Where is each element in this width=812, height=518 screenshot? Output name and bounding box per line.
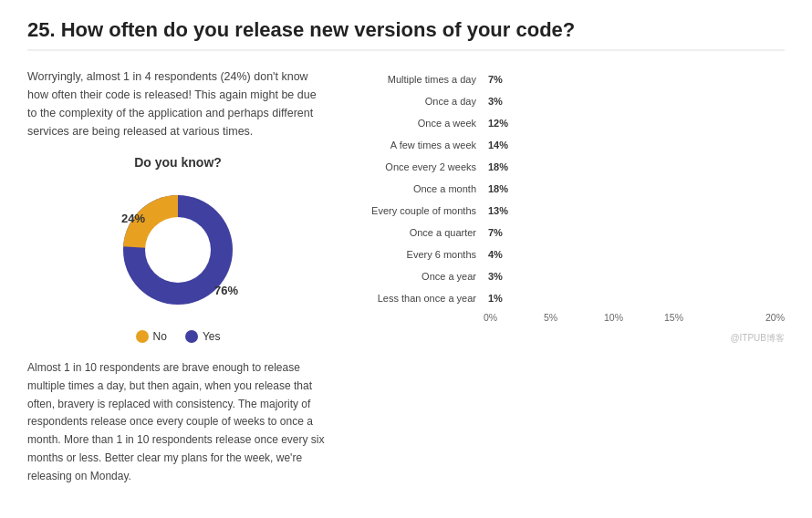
no-percentage-label: 24% — [121, 212, 145, 225]
bar-percent: 7% — [488, 74, 503, 85]
x-axis-label: 10% — [604, 312, 664, 323]
bar-percent: 1% — [488, 293, 503, 304]
bar-label: Multiple times a day — [356, 74, 484, 85]
donut-title: Do you know? — [27, 155, 328, 170]
bar-percent: 13% — [488, 205, 508, 216]
bar-row: Once every 2 weeks18% — [356, 159, 785, 175]
bar-row: Less than once a year1% — [356, 290, 785, 306]
bar-inner: 3% — [484, 93, 503, 109]
bar-inner: 12% — [484, 115, 508, 131]
bar-row: Once a month18% — [356, 181, 785, 197]
bar-label: Once a week — [356, 118, 484, 129]
bar-percent: 4% — [488, 249, 503, 260]
bottom-text: Almost 1 in 10 respondents are brave eno… — [27, 359, 328, 486]
donut-chart: 24% 76% — [105, 177, 251, 323]
bar-label: Every 6 months — [356, 249, 484, 260]
bar-inner: 18% — [484, 181, 508, 197]
bar-label: A few times a week — [356, 140, 484, 150]
bar-percent: 3% — [488, 271, 503, 282]
bar-inner: 1% — [484, 290, 503, 306]
bar-percent: 18% — [488, 161, 508, 172]
bar-inner: 14% — [484, 137, 508, 153]
right-panel: Multiple times a day7%Once a day3%Once a… — [356, 67, 785, 486]
donut-svg — [105, 177, 251, 323]
bar-inner: 7% — [484, 71, 503, 88]
left-panel: Worryingly, almost 1 in 4 respondents (2… — [27, 67, 328, 486]
donut-section: Do you know? — [27, 155, 328, 343]
no-dot — [136, 330, 149, 343]
legend-no: No — [136, 330, 167, 343]
bar-label: Once a day — [356, 96, 484, 107]
svg-point-1 — [145, 217, 211, 283]
bar-inner: 4% — [484, 246, 503, 263]
watermark: @ITPUB博客 — [356, 332, 785, 345]
bar-row: Once a year3% — [356, 268, 785, 285]
bar-percent: 3% — [488, 96, 503, 107]
bar-inner: 3% — [484, 268, 503, 285]
bar-label: Once a year — [356, 271, 484, 282]
bar-row: Once a quarter7% — [356, 224, 785, 241]
bar-inner: 18% — [484, 159, 508, 175]
x-axis-label: 20% — [724, 312, 785, 323]
x-axis: 0%5%10%15%20% — [484, 312, 785, 323]
x-axis-label: 0% — [484, 312, 544, 323]
bar-chart: Multiple times a day7%Once a day3%Once a… — [356, 67, 785, 306]
x-axis-label: 15% — [664, 312, 724, 323]
bar-label: Less than once a year — [356, 293, 484, 304]
bar-row: A few times a week14% — [356, 137, 785, 153]
bar-row: Multiple times a day7% — [356, 71, 785, 88]
bar-label: Once every 2 weeks — [356, 161, 484, 172]
yes-dot — [185, 330, 198, 343]
donut-legend: No Yes — [27, 330, 328, 343]
bar-row: Once a week12% — [356, 115, 785, 131]
bar-percent: 14% — [488, 140, 508, 150]
legend-yes-label: Yes — [203, 330, 221, 343]
bar-percent: 18% — [488, 183, 508, 194]
bar-row: Once a day3% — [356, 93, 785, 109]
bar-row: Every 6 months4% — [356, 246, 785, 263]
yes-percentage-label: 76% — [214, 284, 238, 297]
page-title: 25. How often do you release new version… — [27, 18, 785, 51]
bar-row: Every couple of months13% — [356, 202, 785, 219]
bar-label: Once a month — [356, 183, 484, 194]
bar-label: Every couple of months — [356, 205, 484, 216]
intro-text: Worryingly, almost 1 in 4 respondents (2… — [27, 67, 328, 140]
bar-percent: 12% — [488, 118, 508, 129]
x-axis-label: 5% — [544, 312, 604, 323]
legend-yes: Yes — [185, 330, 221, 343]
legend-no-label: No — [153, 330, 167, 343]
bar-inner: 13% — [484, 202, 508, 219]
bar-percent: 7% — [488, 227, 503, 238]
bar-inner: 7% — [484, 224, 503, 241]
bar-label: Once a quarter — [356, 227, 484, 238]
